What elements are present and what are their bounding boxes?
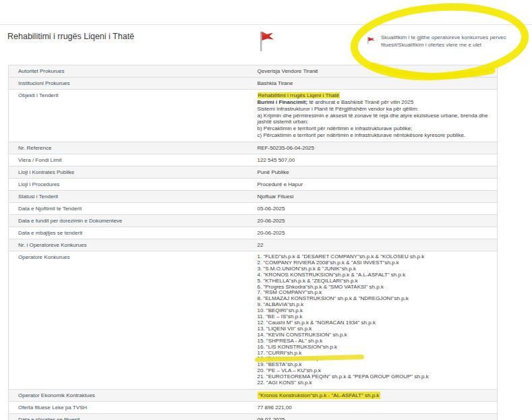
row-value: 122 545 507,00 [252, 154, 498, 167]
table-row: Lloji i Kontrates Publike Punë Publike [9, 167, 498, 179]
row-value: 22 [252, 239, 498, 251]
table-row: Statusi i Tenderit Njoftuar Fituesi [9, 191, 498, 203]
red-flag-icon-small [367, 35, 376, 47]
row-label: Lloji i Kontrates Publike [9, 167, 252, 179]
row-label: Data e fundit per dorezimin e Dokumentev… [9, 215, 252, 227]
table-row: Data e shpaljes se fituesit 09-07-2025 [9, 413, 498, 420]
table-row-winner: Operator Ekonomik Kontraktues "Kronos Ko… [9, 389, 498, 401]
list-line: c) Përcaktimin e territorit per ndërtimi… [258, 132, 492, 138]
row-label: Lloji i Procedures [9, 179, 252, 191]
row-value: Rehabilitimi i rrugës Liqeni i Thatë Bur… [252, 90, 498, 142]
row-label: Institucioni Prokurues [9, 78, 252, 90]
table-row: Autoritet Prokurues Qeverisja Vendore Ti… [9, 65, 498, 78]
header-divider [0, 24, 532, 25]
list-line: 22. "AGI KONS" sh.p.k [258, 380, 492, 386]
highlighted-tender-object: Rehabilitimi i rrugës Liqeni i Thatë [258, 92, 340, 98]
table-row: Nr. i Operatoreve Konkurues 22 [9, 239, 498, 251]
table-row-operators: Operatore Konkurues 1. "FLED"sh.p.k & "D… [9, 251, 498, 390]
row-label: Data e shpaljes se fituesit [9, 413, 252, 420]
row-label: Operator Ekonomik Kontraktues [9, 389, 252, 401]
row-label: Data e mbajtjes se tenderit [9, 227, 252, 239]
table-row: Data e mbajtjes se tenderit 20-06-2025 [9, 227, 498, 239]
row-label: Vlera / Fondi Limit [9, 154, 252, 167]
tender-detail-page: Rehabilitimi i rrugës Liqeni i Thatë Sku… [0, 0, 532, 420]
row-label: Nr. i Operatoreve Konkurues [9, 239, 252, 251]
row-value: Bashkia Tirane [252, 78, 498, 90]
row-label: Oferta fituese Leke pa TVSH [9, 401, 252, 413]
row-label: Autoritet Prokurues [9, 65, 252, 78]
red-flag-icon [258, 30, 276, 55]
row-label: Operatore Konkurues [9, 251, 252, 390]
row-label: Data e Njoftimit te Tenderit [9, 203, 252, 215]
row-value: Qeverisja Vendore Tiranë [252, 65, 498, 78]
row-value: Procedurë e Hapur [252, 179, 498, 191]
list-line: b) Përcaktimin e territorit për ndërtimi… [258, 125, 492, 131]
tender-object-details: Sistemi Infrastrukturor i Planit të Përg… [258, 106, 492, 138]
highlighted-winner: "Kronos Konstruksion"sh.p.k - "AL-ASFALT… [258, 392, 381, 399]
table-row: Lloji i Procedures Procedurë e Hapur [9, 179, 498, 191]
list-line: Sistemi Infrastrukturor i Planit të Përg… [258, 106, 492, 112]
row-value: 09-07-2025 [252, 413, 498, 420]
row-value: "Kronos Konstruksion"sh.p.k - "AL-ASFALT… [252, 389, 498, 401]
row-value: 05-06-2025 [252, 203, 498, 215]
row-value: 20-06-2025 [252, 227, 498, 239]
list-line: a) Krijimin dhe përmiresimin e aksesit t… [258, 113, 492, 125]
table-row: Oferta fituese Leke pa TVSH 77 896 221,0… [9, 401, 498, 413]
table-row-objekti: Objekti i Tenderit Rehabilitimi i rrugës… [9, 90, 498, 142]
marker-annotation-note: Skualifikim i te gjithe operatoreve konk… [381, 34, 521, 49]
row-label: Statusi i Tenderit [9, 191, 252, 203]
table-row: Data e fundit per dorezimin e Dokumentev… [9, 215, 498, 227]
row-value: Punë Publike [252, 167, 498, 179]
table-row: Nr. Reference REF-50235-06-04-2025 [9, 142, 498, 154]
tender-detail-table: Autoritet Prokurues Qeverisja Vendore Ti… [8, 65, 498, 420]
table-row: Vlera / Fondi Limit 122 545 507,00 [9, 154, 498, 167]
competing-operators-list: 1. "FLED"sh.p.k & "DESARET COMPANY"sh.p.… [252, 251, 498, 390]
financing-line: Burimi i Financimit; të ardhurat e Bashk… [258, 99, 492, 105]
row-label: Objekti i Tenderit [9, 90, 252, 142]
table-row: Institucioni Prokurues Bashkia Tirane [9, 78, 498, 90]
row-value: Njoftuar Fituesi [252, 191, 498, 203]
row-label: Nr. Reference [9, 142, 252, 154]
row-value: REF-50235-06-04-2025 [252, 142, 498, 154]
table-row: Data e Njoftimit te Tenderit 05-06-2025 [9, 203, 498, 215]
page-title: Rehabilitimi i rrugës Liqeni i Thatë [7, 32, 134, 41]
row-value: 20-06-2025 [252, 215, 498, 227]
row-value: 77 896 221,00 [252, 401, 498, 413]
